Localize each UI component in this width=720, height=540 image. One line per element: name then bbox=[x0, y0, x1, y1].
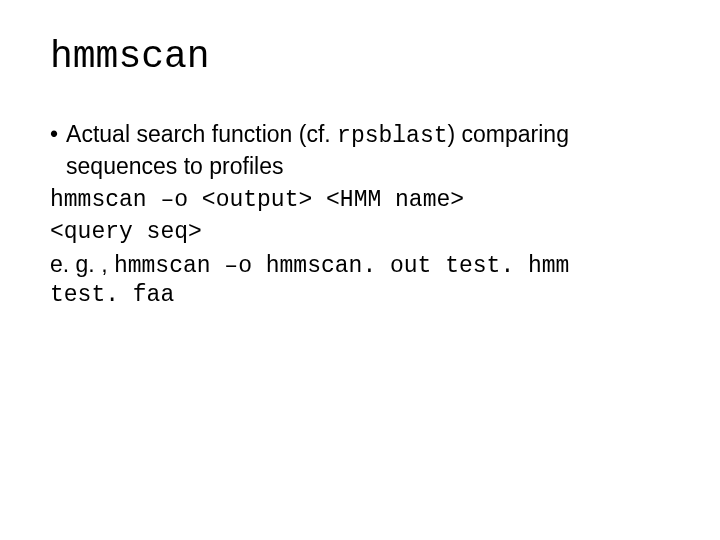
example-line1: e. g. , hmmscan –o hmmscan. out test. hm… bbox=[50, 250, 670, 282]
description-text: Actual search function (cf. rpsblast) co… bbox=[66, 120, 670, 182]
page-title: hmmscan bbox=[50, 35, 670, 78]
command-syntax-line1: hmmscan –o <output> <HMM name> bbox=[50, 186, 670, 216]
desc-rpsblast: rpsblast bbox=[337, 123, 447, 149]
bullet-item: • Actual search function (cf. rpsblast) … bbox=[50, 120, 670, 182]
example-line2: test. faa bbox=[50, 281, 670, 311]
bullet-marker: • bbox=[50, 120, 58, 182]
example-prefix: e. g. , bbox=[50, 251, 114, 277]
desc-part1: Actual search function (cf. bbox=[66, 121, 337, 147]
content-area: • Actual search function (cf. rpsblast) … bbox=[50, 120, 670, 311]
example-cmd1: hmmscan –o hmmscan. out test. hmm bbox=[114, 253, 569, 279]
command-syntax-line2: <query seq> bbox=[50, 218, 670, 248]
